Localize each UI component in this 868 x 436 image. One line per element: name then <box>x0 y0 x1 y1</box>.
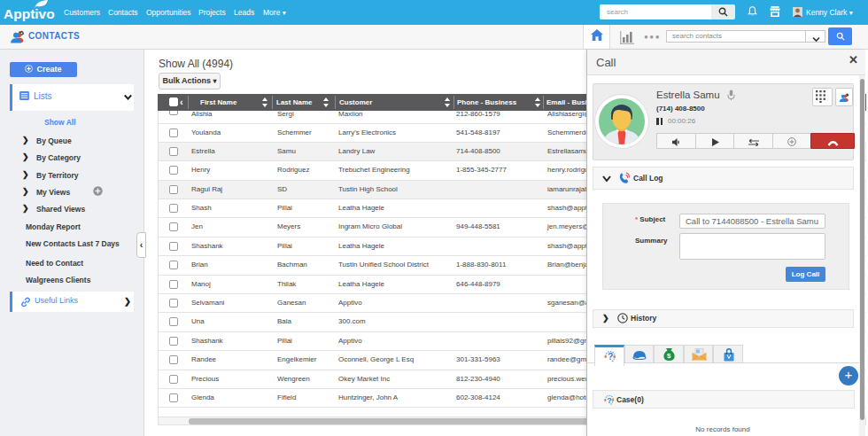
svg-text:?: ? <box>608 352 613 362</box>
svg-text:$: $ <box>667 352 671 360</box>
svg-text:?: ? <box>607 396 611 405</box>
